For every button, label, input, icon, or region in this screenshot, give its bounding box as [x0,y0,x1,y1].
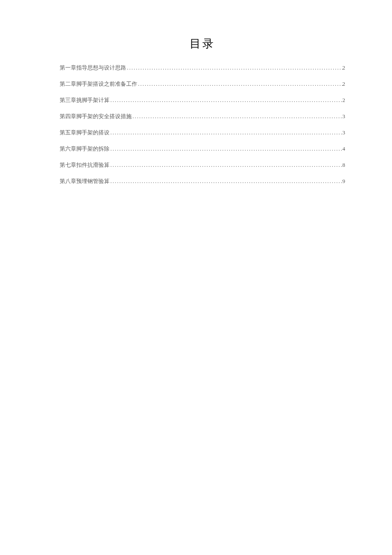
toc-page: 3 [343,113,346,120]
toc-title: 目录 [60,36,345,51]
toc-entry: 第六章脚手架的拆除 4 [60,145,345,153]
toc-dots [137,81,343,87]
toc-label: 第五章脚手架的搭设 [60,129,110,137]
toc-page: 9 [343,178,346,185]
toc-page: 2 [343,97,346,104]
toc-entry: 第一章指导思想与设计思路 2 [60,64,345,72]
toc-page: 8 [343,162,346,169]
toc-label: 第一章指导思想与设计思路 [60,64,126,72]
toc-page: 2 [343,81,346,87]
toc-list: 第一章指导思想与设计思路 2 第二章脚手架搭设之前准备工作 2 第三章挑脚手架计… [60,64,345,185]
toc-label: 第六章脚手架的拆除 [60,145,110,153]
toc-entry: 第三章挑脚手架计算 2 [60,96,345,104]
toc-label: 第三章挑脚手架计算 [60,96,110,104]
toc-dots [110,162,343,169]
toc-entry: 第七章扣件抗滑验算 8 [60,161,345,169]
document-page: 目录 第一章指导思想与设计思路 2 第二章脚手架搭设之前准备工作 2 第三章挑脚… [0,0,392,185]
toc-page: 3 [343,129,346,136]
toc-label: 第四章脚手架的安全搭设措施 [60,113,132,120]
toc-dots [132,113,343,120]
toc-dots [110,97,343,104]
toc-page: 2 [343,64,346,71]
toc-dots [110,145,343,152]
toc-entry: 第二章脚手架搭设之前准备工作 2 [60,80,345,88]
toc-entry: 第八章预埋钢管验算 9 [60,177,345,185]
toc-dots [110,178,343,185]
toc-dots [110,129,343,136]
toc-entry: 第五章脚手架的搭设 3 [60,129,345,137]
toc-entry: 第四章脚手架的安全搭设措施 3 [60,113,345,120]
toc-page: 4 [343,145,346,152]
toc-dots [126,64,343,71]
toc-label: 第二章脚手架搭设之前准备工作 [60,80,137,88]
toc-label: 第八章预埋钢管验算 [60,177,110,185]
toc-label: 第七章扣件抗滑验算 [60,161,110,169]
